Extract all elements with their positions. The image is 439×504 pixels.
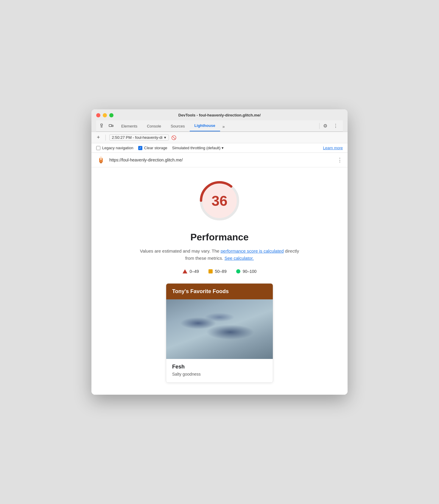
block-icon[interactable]: 🚫 xyxy=(171,135,176,140)
svg-rect-0 xyxy=(101,124,102,125)
performance-title: Performance xyxy=(190,232,249,243)
performance-gauge: 36 xyxy=(196,177,243,225)
minimize-button[interactable] xyxy=(103,113,107,117)
card-title: Fesh xyxy=(172,364,267,370)
fish-photo xyxy=(166,299,273,359)
legend-item-orange: 50–89 xyxy=(208,269,227,274)
learn-more-link[interactable]: Learn more xyxy=(323,146,343,150)
card-header: Tony's Favorite Foods xyxy=(166,284,273,299)
lighthouse-url: https://foul-heavenly-direction.glitch.m… xyxy=(109,158,334,162)
legend-item-red: 0–49 xyxy=(183,269,199,274)
clear-storage-checkbox[interactable]: ✓ xyxy=(138,146,142,150)
tabs-row: Elements Console Sources Lighthouse » ⚙ … xyxy=(96,120,343,132)
calculator-link[interactable]: See calculator. xyxy=(225,256,254,261)
lighthouse-url-bar: https://foul-heavenly-direction.glitch.m… xyxy=(91,153,348,167)
score-legend: 0–49 50–89 90–100 xyxy=(183,269,257,274)
svg-point-9 xyxy=(100,157,102,158)
url-more-button[interactable]: ⋮ xyxy=(337,157,343,163)
main-content: 36 Performance Values are estimated and … xyxy=(91,167,348,395)
divider xyxy=(319,123,320,129)
card-subtitle: Salty goodness xyxy=(172,372,267,377)
timestamp-dropdown[interactable]: 2:50:27 PM - foul-heavenly-di ▾ xyxy=(109,134,169,141)
options-bar: Legacy navigation ✓ Clear storage Simula… xyxy=(91,143,348,153)
clear-storage-label[interactable]: ✓ Clear storage xyxy=(138,146,167,150)
green-circle-icon xyxy=(236,269,240,273)
window-title: DevTools - foul-heavenly-direction.glitc… xyxy=(178,113,261,117)
chevron-down-icon: ▾ xyxy=(222,146,224,150)
throttle-select[interactable]: Simulated throttling (default) ▾ xyxy=(172,146,224,150)
legend-item-green: 90–100 xyxy=(236,269,257,274)
svg-rect-4 xyxy=(112,125,113,127)
more-tabs-button[interactable]: » xyxy=(220,122,227,131)
card-image xyxy=(166,299,273,359)
chevron-down-icon: ▾ xyxy=(164,135,166,140)
divider2 xyxy=(105,135,106,141)
tab-sources[interactable]: Sources xyxy=(166,121,190,131)
red-triangle-icon xyxy=(183,269,187,273)
orange-square-icon xyxy=(208,269,213,273)
tab-console[interactable]: Console xyxy=(142,121,166,131)
device-icon[interactable] xyxy=(107,121,115,131)
tabs-list: Elements Console Sources Lighthouse » xyxy=(116,120,318,131)
tab-elements[interactable]: Elements xyxy=(116,121,142,131)
performance-description: Values are estimated and may vary. The p… xyxy=(139,248,300,262)
legacy-navigation-label[interactable]: Legacy navigation xyxy=(96,146,133,150)
tab-lighthouse[interactable]: Lighthouse xyxy=(190,120,220,131)
close-button[interactable] xyxy=(96,113,100,117)
svg-rect-8 xyxy=(100,158,102,160)
svg-rect-3 xyxy=(109,125,112,127)
traffic-lights xyxy=(96,113,113,117)
inspect-icon[interactable] xyxy=(99,121,107,131)
lighthouse-icon xyxy=(96,155,106,165)
tabs-right-actions: ⚙ ⋮ xyxy=(321,121,340,130)
maximize-button[interactable] xyxy=(109,113,113,117)
timestamp-text: 2:50:27 PM - foul-heavenly-di xyxy=(112,135,163,140)
card-content: Fesh Salty goodness xyxy=(166,359,273,382)
perf-score-link[interactable]: performance score is calculated xyxy=(221,248,284,253)
svg-rect-6 xyxy=(100,162,102,163)
devtools-window: DevTools - foul-heavenly-direction.glitc… xyxy=(91,109,348,395)
website-preview-card: Tony's Favorite Foods Fesh Salty goodnes… xyxy=(166,283,273,383)
settings-icon[interactable]: ⚙ xyxy=(321,121,330,130)
more-options-icon[interactable]: ⋮ xyxy=(331,121,340,130)
secondary-bar: + 2:50:27 PM - foul-heavenly-di ▾ 🚫 xyxy=(91,132,348,143)
performance-score: 36 xyxy=(211,193,227,209)
title-bar: DevTools - foul-heavenly-direction.glitc… xyxy=(91,109,348,132)
legacy-navigation-checkbox[interactable] xyxy=(96,146,100,150)
add-report-button[interactable]: + xyxy=(95,134,102,141)
